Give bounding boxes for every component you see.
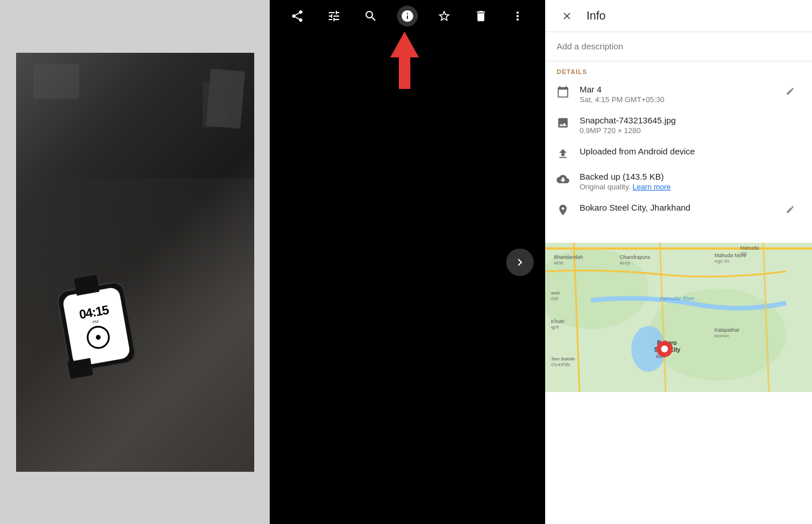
details-section: DETAILS Mar 4 Sat, 4:15 PM GMT+05:30 xyxy=(545,61,812,238)
date-primary: Mar 4 xyxy=(580,84,780,94)
backup-row: Backed up (143.5 KB) Original quality. L… xyxy=(557,172,801,191)
date-secondary: Sat, 4:15 PM GMT+05:30 xyxy=(580,95,780,104)
location-row: Bokaro Steel City, Jharkhand xyxy=(557,203,801,220)
svg-text:टांड़ बालीडीह: टांड़ बालीडीह xyxy=(550,363,570,367)
watch: 04:15 PM xyxy=(55,280,137,374)
left-panel: 04:15 PM xyxy=(0,0,270,524)
svg-point-0 xyxy=(95,334,101,340)
image-icon xyxy=(557,115,580,129)
next-button[interactable] xyxy=(506,249,534,276)
location-primary: Bokaro Steel City, Jharkhand xyxy=(580,203,780,212)
watch-sub: PM xyxy=(92,319,99,324)
date-edit-button[interactable] xyxy=(780,81,801,102)
info-panel: Info DETAILS Mar 4 Sat, 4:15 PM GMT+05:3… xyxy=(545,0,812,524)
calendar-icon xyxy=(557,84,580,98)
backup-primary: Backed up (143.5 KB) xyxy=(580,172,801,181)
upload-icon xyxy=(557,146,580,160)
info-header: Info xyxy=(545,0,812,32)
svg-text:Damodar River: Damodar River xyxy=(660,296,696,301)
file-content: Snapchat-743213645.jpg 0.9MP 720 × 1280 xyxy=(580,115,801,135)
description-input[interactable] xyxy=(557,41,801,51)
svg-text:Manuda: Manuda xyxy=(740,245,759,251)
learn-more-link[interactable]: Learn more xyxy=(632,183,670,191)
svg-text:antri: antri xyxy=(551,290,560,296)
info-icon[interactable] xyxy=(397,6,418,26)
delete-icon[interactable] xyxy=(471,6,491,26)
middle-panel xyxy=(270,0,545,524)
close-button[interactable] xyxy=(557,6,577,26)
upload-primary: Uploaded from Android device xyxy=(580,146,801,156)
svg-text:Tanr Balidih: Tanr Balidih xyxy=(551,356,575,362)
location-icon xyxy=(557,203,580,216)
svg-text:महुदा: महुदा xyxy=(740,251,748,256)
upload-content: Uploaded from Android device xyxy=(580,146,801,156)
svg-text:चंद्रपुरा: चंद्रपुरा xyxy=(619,261,631,266)
svg-text:Kalapathar: Kalapathar xyxy=(714,327,740,333)
location-edit-button[interactable] xyxy=(780,199,801,220)
zoom-icon[interactable] xyxy=(360,6,381,26)
svg-text:तंत्री: तंत्री xyxy=(550,297,558,301)
favorite-icon[interactable] xyxy=(434,6,454,26)
more-options-icon[interactable] xyxy=(507,6,528,26)
description-section xyxy=(545,32,812,61)
backup-secondary: Original quality. Learn more xyxy=(580,183,801,191)
cloud-icon xyxy=(557,172,580,185)
watch-time: 04:15 xyxy=(78,302,110,323)
map-container[interactable]: Bhandaridah भंदरिद. Chandrapura चंद्रपुर… xyxy=(545,243,812,392)
date-row: Mar 4 Sat, 4:15 PM GMT+05:30 xyxy=(557,84,801,104)
svg-text:भंदरिद.: भंदरिद. xyxy=(554,261,565,265)
photo-canvas: 04:15 PM xyxy=(16,53,254,472)
svg-text:कालापथर: कालापथर xyxy=(714,334,729,338)
svg-marker-2 xyxy=(390,32,419,89)
svg-text:Bhandaridah: Bhandaridah xyxy=(554,254,583,260)
file-row: Snapchat-743213645.jpg 0.9MP 720 × 1280 xyxy=(557,115,801,135)
backup-content: Backed up (143.5 KB) Original quality. L… xyxy=(580,172,801,191)
share-icon[interactable] xyxy=(287,6,308,26)
details-label: DETAILS xyxy=(557,68,801,75)
adjust-icon[interactable] xyxy=(324,6,344,26)
location-content: Bokaro Steel City, Jharkhand xyxy=(580,203,780,212)
svg-point-30 xyxy=(661,346,668,352)
upload-row: Uploaded from Android device xyxy=(557,146,801,160)
svg-text:Chandrapura: Chandrapura xyxy=(620,254,650,260)
date-content: Mar 4 Sat, 4:15 PM GMT+05:30 xyxy=(580,84,780,104)
svg-text:Khutri: Khutri xyxy=(551,319,565,324)
file-secondary: 0.9MP 720 × 1280 xyxy=(580,126,801,135)
photo-thumbnail[interactable]: 04:15 PM xyxy=(16,53,254,472)
svg-text:माहुदा मोर: माहुदा मोर xyxy=(714,259,730,264)
info-title: Info xyxy=(586,9,605,22)
file-primary: Snapchat-743213645.jpg xyxy=(580,115,801,125)
svg-text:खुटरी: खुटरी xyxy=(550,325,559,330)
